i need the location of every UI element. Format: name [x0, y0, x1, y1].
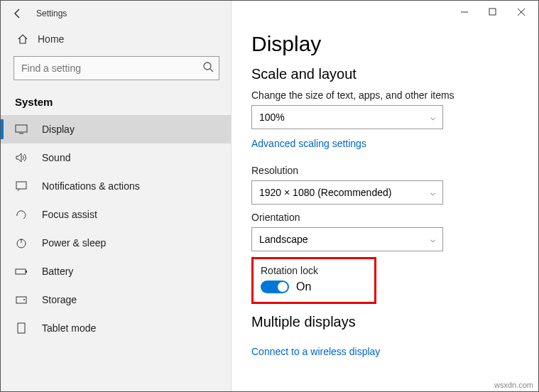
- nav-item-focus-assist[interactable]: Focus assist: [1, 200, 231, 229]
- nav-item-notifications[interactable]: Notifications & actions: [1, 172, 231, 200]
- nav-label: Battery: [42, 266, 73, 277]
- nav-label: Notifications & actions: [42, 180, 140, 192]
- orientation-label: Orientation: [251, 212, 518, 223]
- rotation-lock-highlight: Rotation lock On: [251, 257, 376, 304]
- nav-list: Display Sound Notifications & actions Fo…: [1, 115, 231, 342]
- chevron-down-icon: ⌵: [430, 234, 435, 244]
- resolution-value: 1920 × 1080 (Recommended): [259, 187, 391, 198]
- svg-rect-2: [16, 125, 27, 132]
- titlebar: Settings: [1, 1, 231, 26]
- svg-rect-7: [16, 269, 26, 274]
- orientation-select[interactable]: Landscape ⌵: [251, 227, 443, 251]
- scale-select[interactable]: 100% ⌵: [251, 105, 443, 129]
- nav-item-power-sleep[interactable]: Power & sleep: [1, 229, 231, 257]
- nav-label: Power & sleep: [42, 237, 106, 249]
- page-title: Display: [251, 32, 518, 56]
- rotation-lock-label: Rotation lock: [261, 265, 367, 276]
- storage-icon: [15, 294, 33, 305]
- scale-value: 100%: [259, 111, 285, 123]
- svg-rect-8: [26, 271, 27, 273]
- minimize-button[interactable]: [450, 2, 479, 22]
- power-icon: [15, 237, 33, 249]
- content-pane: Display Scale and layout Change the size…: [232, 1, 538, 391]
- svg-rect-11: [18, 323, 25, 333]
- svg-rect-13: [489, 9, 496, 15]
- window-controls: [450, 2, 535, 22]
- nav-item-sound[interactable]: Sound: [1, 143, 231, 172]
- close-button[interactable]: [507, 2, 535, 22]
- nav-label: Sound: [42, 152, 70, 163]
- display-icon: [15, 124, 33, 135]
- resolution-select[interactable]: 1920 × 1080 (Recommended) ⌵: [251, 180, 443, 205]
- svg-point-10: [23, 299, 25, 300]
- section-multiple-displays: Multiple displays: [251, 314, 518, 330]
- section-heading: System: [1, 90, 231, 115]
- svg-line-1: [210, 69, 213, 72]
- rotation-lock-toggle[interactable]: [261, 281, 289, 293]
- chevron-down-icon: ⌵: [430, 187, 435, 197]
- wireless-display-link[interactable]: Connect to a wireless display: [251, 346, 380, 357]
- maximize-button[interactable]: [479, 2, 507, 22]
- back-button[interactable]: [6, 2, 29, 25]
- home-nav[interactable]: Home: [1, 26, 231, 52]
- sound-icon: [15, 152, 33, 163]
- back-arrow-icon: [12, 8, 23, 19]
- orientation-value: Landscape: [259, 234, 308, 245]
- svg-rect-9: [16, 297, 26, 303]
- text-size-label: Change the size of text, apps, and other…: [251, 89, 518, 101]
- resolution-label: Resolution: [251, 165, 518, 176]
- search-input[interactable]: [13, 56, 219, 80]
- advanced-scaling-link[interactable]: Advanced scaling settings: [251, 138, 366, 149]
- nav-label: Storage: [42, 294, 77, 305]
- focus-assist-icon: [15, 209, 33, 220]
- search-icon: [202, 61, 214, 75]
- tablet-icon: [15, 322, 33, 334]
- nav-item-display[interactable]: Display: [1, 115, 231, 143]
- nav-label: Display: [42, 124, 75, 135]
- watermark: wsxdn.com: [494, 381, 533, 389]
- home-icon: [15, 33, 31, 45]
- nav-item-battery[interactable]: Battery: [1, 257, 231, 285]
- nav-label: Tablet mode: [42, 322, 96, 334]
- nav-item-tablet-mode[interactable]: Tablet mode: [1, 314, 231, 342]
- nav-item-storage[interactable]: Storage: [1, 285, 231, 314]
- chevron-down-icon: ⌵: [430, 112, 435, 122]
- nav-label: Focus assist: [42, 209, 97, 220]
- window-title: Settings: [36, 9, 67, 18]
- search-container: [13, 56, 219, 80]
- svg-point-0: [204, 62, 211, 70]
- home-label: Home: [38, 33, 64, 45]
- rotation-lock-state: On: [296, 281, 311, 293]
- section-scale-layout: Scale and layout: [251, 66, 518, 82]
- battery-icon: [15, 266, 33, 277]
- svg-rect-4: [16, 182, 26, 189]
- notifications-icon: [15, 180, 33, 192]
